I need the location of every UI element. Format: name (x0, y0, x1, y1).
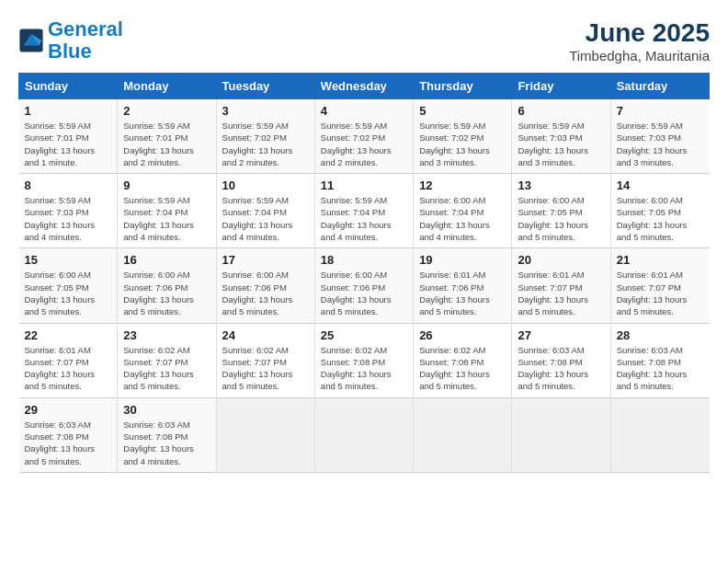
logo-line2: Blue (48, 40, 92, 63)
calendar-cell: 9Sunrise: 5:59 AM Sunset: 7:04 PM Daylig… (118, 174, 216, 248)
calendar-cell (216, 397, 314, 472)
calendar-cell: 17Sunrise: 6:00 AM Sunset: 7:06 PM Dayli… (216, 248, 314, 323)
calendar-cell (610, 397, 709, 472)
calendar-cell: 23Sunrise: 6:02 AM Sunset: 7:07 PM Dayli… (118, 323, 216, 397)
logo-icon (18, 28, 44, 53)
calendar-cell (512, 397, 610, 472)
calendar-cell: 19Sunrise: 6:01 AM Sunset: 7:06 PM Dayli… (414, 248, 512, 323)
calendar-week-row: 22Sunrise: 6:01 AM Sunset: 7:07 PM Dayli… (19, 323, 710, 397)
day-detail: Sunrise: 5:59 AM Sunset: 7:04 PM Dayligh… (123, 194, 210, 243)
col-saturday: Saturday (610, 74, 709, 99)
calendar-cell: 13Sunrise: 6:00 AM Sunset: 7:05 PM Dayli… (512, 174, 610, 248)
calendar-cell: 8Sunrise: 5:59 AM Sunset: 7:03 PM Daylig… (19, 174, 118, 248)
day-detail: Sunrise: 5:59 AM Sunset: 7:03 PM Dayligh… (617, 120, 704, 168)
calendar-table: Sunday Monday Tuesday Wednesday Thursday… (18, 73, 710, 473)
day-detail: Sunrise: 5:59 AM Sunset: 7:01 PM Dayligh… (25, 120, 112, 168)
day-detail: Sunrise: 5:59 AM Sunset: 7:02 PM Dayligh… (321, 120, 407, 168)
calendar-cell: 10Sunrise: 5:59 AM Sunset: 7:04 PM Dayli… (216, 174, 314, 248)
day-detail: Sunrise: 5:59 AM Sunset: 7:03 PM Dayligh… (25, 194, 112, 243)
calendar-cell: 16Sunrise: 6:00 AM Sunset: 7:06 PM Dayli… (118, 248, 216, 323)
day-detail: Sunrise: 6:00 AM Sunset: 7:06 PM Dayligh… (321, 269, 407, 317)
day-detail: Sunrise: 6:02 AM Sunset: 7:08 PM Dayligh… (419, 344, 506, 393)
day-detail: Sunrise: 5:59 AM Sunset: 7:01 PM Dayligh… (123, 120, 210, 168)
day-number: 22 (25, 328, 112, 342)
col-friday: Friday (512, 74, 610, 99)
day-detail: Sunrise: 5:59 AM Sunset: 7:02 PM Dayligh… (222, 120, 309, 168)
col-monday: Monday (118, 74, 216, 99)
day-number: 2 (123, 104, 210, 118)
logo-text: General Blue (48, 18, 123, 63)
day-number: 14 (617, 178, 704, 192)
calendar-week-row: 8Sunrise: 5:59 AM Sunset: 7:03 PM Daylig… (19, 174, 710, 248)
day-number: 7 (617, 104, 704, 118)
day-number: 20 (518, 253, 604, 267)
day-number: 16 (123, 253, 210, 267)
calendar-cell: 24Sunrise: 6:02 AM Sunset: 7:07 PM Dayli… (216, 323, 314, 397)
day-number: 12 (419, 178, 506, 192)
day-detail: Sunrise: 6:03 AM Sunset: 7:08 PM Dayligh… (617, 344, 704, 393)
calendar-week-row: 29Sunrise: 6:03 AM Sunset: 7:08 PM Dayli… (19, 397, 710, 472)
day-number: 30 (123, 403, 210, 417)
day-detail: Sunrise: 6:01 AM Sunset: 7:07 PM Dayligh… (25, 344, 112, 393)
day-number: 19 (419, 253, 506, 267)
calendar-cell: 7Sunrise: 5:59 AM Sunset: 7:03 PM Daylig… (610, 99, 709, 174)
day-number: 3 (222, 104, 309, 118)
day-number: 17 (222, 253, 309, 267)
calendar-cell (414, 397, 512, 472)
day-number: 24 (222, 328, 309, 342)
day-detail: Sunrise: 6:00 AM Sunset: 7:06 PM Dayligh… (222, 269, 309, 317)
calendar-cell: 3Sunrise: 5:59 AM Sunset: 7:02 PM Daylig… (216, 99, 314, 174)
day-detail: Sunrise: 6:01 AM Sunset: 7:07 PM Dayligh… (518, 269, 604, 317)
day-detail: Sunrise: 6:02 AM Sunset: 7:07 PM Dayligh… (123, 344, 210, 393)
day-number: 5 (419, 104, 506, 118)
calendar-cell: 28Sunrise: 6:03 AM Sunset: 7:08 PM Dayli… (610, 323, 709, 397)
calendar-cell: 6Sunrise: 5:59 AM Sunset: 7:03 PM Daylig… (512, 99, 610, 174)
title-block: June 2025 Timbedgha, Mauritania (569, 18, 710, 63)
calendar-cell: 11Sunrise: 5:59 AM Sunset: 7:04 PM Dayli… (314, 174, 413, 248)
day-detail: Sunrise: 6:01 AM Sunset: 7:07 PM Dayligh… (617, 269, 704, 317)
day-detail: Sunrise: 6:03 AM Sunset: 7:08 PM Dayligh… (123, 419, 210, 467)
day-detail: Sunrise: 5:59 AM Sunset: 7:03 PM Dayligh… (518, 120, 604, 168)
logo-line1: General (48, 17, 123, 40)
calendar-cell: 25Sunrise: 6:02 AM Sunset: 7:08 PM Dayli… (314, 323, 413, 397)
col-sunday: Sunday (19, 74, 118, 99)
calendar-cell: 1Sunrise: 5:59 AM Sunset: 7:01 PM Daylig… (19, 99, 118, 174)
day-detail: Sunrise: 6:03 AM Sunset: 7:08 PM Dayligh… (25, 419, 112, 467)
day-number: 23 (123, 328, 210, 342)
day-detail: Sunrise: 5:59 AM Sunset: 7:04 PM Dayligh… (222, 194, 309, 243)
calendar-cell: 14Sunrise: 6:00 AM Sunset: 7:05 PM Dayli… (610, 174, 709, 248)
day-number: 11 (321, 178, 407, 192)
calendar-header-row: Sunday Monday Tuesday Wednesday Thursday… (19, 74, 710, 99)
day-number: 8 (25, 178, 112, 192)
calendar-cell: 12Sunrise: 6:00 AM Sunset: 7:04 PM Dayli… (414, 174, 512, 248)
location: Timbedgha, Mauritania (569, 48, 710, 63)
col-wednesday: Wednesday (314, 74, 413, 99)
calendar-cell: 4Sunrise: 5:59 AM Sunset: 7:02 PM Daylig… (314, 99, 413, 174)
day-number: 9 (123, 178, 210, 192)
calendar-cell: 18Sunrise: 6:00 AM Sunset: 7:06 PM Dayli… (314, 248, 413, 323)
col-thursday: Thursday (414, 74, 512, 99)
day-detail: Sunrise: 6:02 AM Sunset: 7:07 PM Dayligh… (222, 344, 309, 393)
day-number: 4 (321, 104, 407, 118)
calendar-cell: 2Sunrise: 5:59 AM Sunset: 7:01 PM Daylig… (118, 99, 216, 174)
day-detail: Sunrise: 6:02 AM Sunset: 7:08 PM Dayligh… (321, 344, 407, 393)
calendar-week-row: 1Sunrise: 5:59 AM Sunset: 7:01 PM Daylig… (19, 99, 710, 174)
calendar-cell: 29Sunrise: 6:03 AM Sunset: 7:08 PM Dayli… (19, 397, 118, 472)
calendar-cell: 30Sunrise: 6:03 AM Sunset: 7:08 PM Dayli… (118, 397, 216, 472)
col-tuesday: Tuesday (216, 74, 314, 99)
calendar-cell: 15Sunrise: 6:00 AM Sunset: 7:05 PM Dayli… (19, 248, 118, 323)
day-number: 13 (518, 178, 604, 192)
calendar-cell: 27Sunrise: 6:03 AM Sunset: 7:08 PM Dayli… (512, 323, 610, 397)
calendar-cell: 22Sunrise: 6:01 AM Sunset: 7:07 PM Dayli… (19, 323, 118, 397)
day-detail: Sunrise: 6:00 AM Sunset: 7:05 PM Dayligh… (617, 194, 704, 243)
day-detail: Sunrise: 6:01 AM Sunset: 7:06 PM Dayligh… (419, 269, 506, 317)
day-number: 27 (518, 328, 604, 342)
day-detail: Sunrise: 6:03 AM Sunset: 7:08 PM Dayligh… (518, 344, 604, 393)
day-number: 26 (419, 328, 506, 342)
day-detail: Sunrise: 6:00 AM Sunset: 7:06 PM Dayligh… (123, 269, 210, 317)
logo: General Blue (18, 18, 123, 63)
calendar-week-row: 15Sunrise: 6:00 AM Sunset: 7:05 PM Dayli… (19, 248, 710, 323)
day-number: 21 (617, 253, 704, 267)
calendar-cell (314, 397, 413, 472)
day-number: 1 (25, 104, 112, 118)
